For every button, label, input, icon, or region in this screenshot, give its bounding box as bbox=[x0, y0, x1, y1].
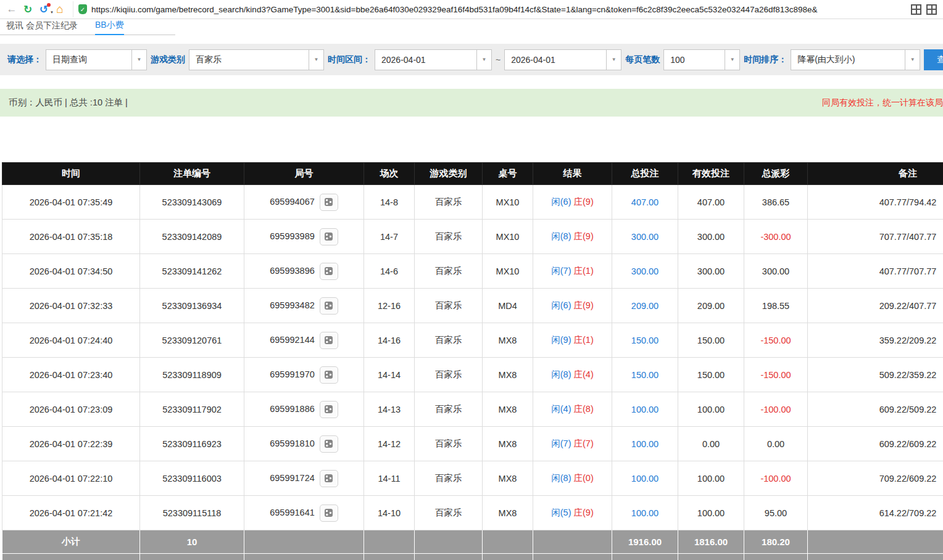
cell-result: 闲(7) 庄(7) bbox=[533, 427, 612, 461]
cell-total-bet[interactable]: 209.00 bbox=[612, 289, 678, 323]
replay-icon[interactable] bbox=[320, 401, 338, 418]
dice-icon bbox=[325, 267, 333, 275]
chevron-down-icon[interactable]: ▼ bbox=[905, 50, 920, 70]
cell-valid-bet: 300.00 bbox=[678, 254, 744, 289]
date-from-input[interactable]: 2026-04-01 ▼ bbox=[375, 49, 492, 70]
cell-total-bet[interactable]: 100.00 bbox=[612, 461, 678, 496]
cell-result: 闲(6) 庄(9) bbox=[533, 185, 612, 220]
extensions-grid-icon[interactable] bbox=[911, 4, 921, 15]
replay-icon[interactable] bbox=[320, 228, 338, 245]
cell-result: 闲(8) 庄(0) bbox=[533, 461, 612, 496]
game-category-value: 百家乐 bbox=[189, 50, 309, 70]
replay-icon[interactable] bbox=[320, 470, 338, 487]
back-icon[interactable]: ← bbox=[4, 1, 20, 17]
undo-icon[interactable]: ↺▼ bbox=[36, 1, 52, 17]
cell-table-no: MX8 bbox=[483, 461, 533, 496]
cell-session: 12-16 bbox=[364, 289, 415, 323]
banker-result: 庄(1) bbox=[574, 335, 594, 345]
cell-remark: 509.22/359.22 bbox=[808, 358, 943, 392]
security-shield-icon: ✓ bbox=[78, 4, 87, 14]
round-no: 695993989 bbox=[270, 231, 315, 241]
cell-valid-bet: 150.00 bbox=[678, 358, 744, 392]
refresh-icon[interactable]: ↻ bbox=[20, 1, 36, 17]
cell-total-bet[interactable]: 100.00 bbox=[612, 392, 678, 427]
home-icon[interactable]: ⌂ bbox=[52, 1, 68, 17]
replay-icon[interactable] bbox=[320, 504, 338, 522]
table-row: 2026-04-01 07:35:49523309143069695994067… bbox=[2, 185, 943, 220]
chevron-down-icon[interactable]: ▼ bbox=[725, 50, 739, 70]
table-footer: 小计101916.001816.00180.20总计101916.001816.… bbox=[2, 530, 943, 560]
cell-valid-bet: 407.00 bbox=[678, 185, 744, 220]
replay-icon[interactable] bbox=[320, 435, 338, 453]
cell-table-no: MX8 bbox=[483, 427, 533, 461]
cell-game-type: 百家乐 bbox=[415, 185, 483, 220]
date-range-label: 时间区间： bbox=[328, 54, 371, 65]
chevron-down-icon[interactable]: ▼ bbox=[476, 50, 491, 70]
column-header: 结果 bbox=[533, 163, 612, 185]
banker-result: 庄(9) bbox=[574, 197, 594, 207]
chevron-down-icon[interactable]: ▼ bbox=[131, 50, 146, 70]
search-button[interactable]: 查询 bbox=[924, 49, 943, 70]
cell-total-bet[interactable]: 300.00 bbox=[612, 220, 678, 254]
game-category-select[interactable]: 百家乐 ▼ bbox=[189, 49, 324, 70]
dice-icon bbox=[325, 440, 333, 448]
cell-game-type: 百家乐 bbox=[415, 461, 483, 496]
cell-total-bet[interactable]: 300.00 bbox=[612, 254, 678, 289]
page-size-select[interactable]: 100 ▼ bbox=[663, 49, 740, 70]
cell-table-no: MX10 bbox=[483, 185, 533, 220]
sort-order-value: 降幂(由大到小) bbox=[791, 50, 905, 70]
cell-remark: 209.22/407.77 bbox=[808, 289, 943, 323]
table-row: 2026-04-01 07:35:18523309142089695993989… bbox=[2, 220, 943, 254]
cell-total-bet[interactable]: 150.00 bbox=[612, 323, 678, 358]
cell-total-bet[interactable]: 150.00 bbox=[612, 358, 678, 392]
player-result: 闲(6) bbox=[551, 197, 571, 207]
chevron-down-icon[interactable]: ▼ bbox=[606, 50, 621, 70]
cell-game-type: 百家乐 bbox=[415, 289, 483, 323]
round-no: 695992144 bbox=[270, 334, 315, 344]
cell-order-no: 523309136934 bbox=[140, 289, 244, 323]
cell-order-no: 523309116923 bbox=[140, 427, 244, 461]
sort-order-select[interactable]: 降幂(由大到小) ▼ bbox=[791, 49, 920, 70]
dice-icon bbox=[325, 233, 333, 241]
url-bar[interactable]: ✓ https://kiqiiu.com/game/betrecord_sear… bbox=[73, 1, 904, 17]
round-no: 695994067 bbox=[270, 196, 315, 206]
apps-grid-icon[interactable] bbox=[926, 4, 937, 15]
cell-order-no: 523309143069 bbox=[140, 185, 244, 220]
footer-empty bbox=[244, 530, 364, 554]
chevron-down-icon[interactable]: ▼ bbox=[309, 50, 323, 70]
dice-icon bbox=[325, 198, 333, 206]
cell-total-bet[interactable]: 407.00 bbox=[612, 185, 678, 220]
cell-payout: -300.00 bbox=[744, 220, 808, 254]
cell-total-bet[interactable]: 100.00 bbox=[612, 496, 678, 530]
player-result: 闲(7) bbox=[551, 439, 571, 448]
cell-remark: 359.22/209.22 bbox=[808, 323, 943, 358]
cell-remark: 709.22/609.22 bbox=[808, 461, 943, 496]
cell-result: 闲(5) 庄(9) bbox=[533, 496, 612, 530]
cell-valid-bet: 150.00 bbox=[678, 323, 744, 358]
table-row: 2026-04-01 07:22:10523309116003695991724… bbox=[2, 461, 943, 496]
banker-result: 庄(9) bbox=[574, 231, 594, 241]
cell-round-no: 695991724 bbox=[244, 461, 364, 496]
cell-payout: 300.00 bbox=[744, 254, 808, 289]
query-type-select[interactable]: 日期查询 ▼ bbox=[46, 49, 147, 70]
player-result: 闲(9) bbox=[551, 335, 571, 345]
tab-bet-records[interactable]: 视讯 会员下注纪录 bbox=[6, 20, 78, 35]
replay-icon[interactable] bbox=[320, 332, 338, 349]
tab-bb-tip[interactable]: BB小费 bbox=[95, 20, 124, 35]
dice-icon bbox=[325, 302, 333, 310]
cell-round-no: 695991641 bbox=[244, 496, 364, 530]
replay-icon[interactable] bbox=[320, 194, 338, 211]
cell-payout: -100.00 bbox=[744, 392, 808, 427]
footer-total-bet: 1916.00 bbox=[612, 530, 678, 554]
date-to-input[interactable]: 2026-04-01 ▼ bbox=[504, 49, 621, 70]
cell-order-no: 523309118909 bbox=[140, 358, 244, 392]
cell-total-bet[interactable]: 100.00 bbox=[612, 427, 678, 461]
cell-round-no: 695993896 bbox=[244, 254, 364, 289]
cell-payout: 0.00 bbox=[744, 427, 808, 461]
footer-valid-bet: 1816.00 bbox=[678, 554, 744, 560]
sort-label: 时间排序： bbox=[744, 54, 787, 65]
replay-icon[interactable] bbox=[320, 366, 338, 384]
replay-icon[interactable] bbox=[320, 297, 338, 315]
replay-icon[interactable] bbox=[320, 263, 338, 280]
column-header: 场次 bbox=[364, 163, 415, 185]
